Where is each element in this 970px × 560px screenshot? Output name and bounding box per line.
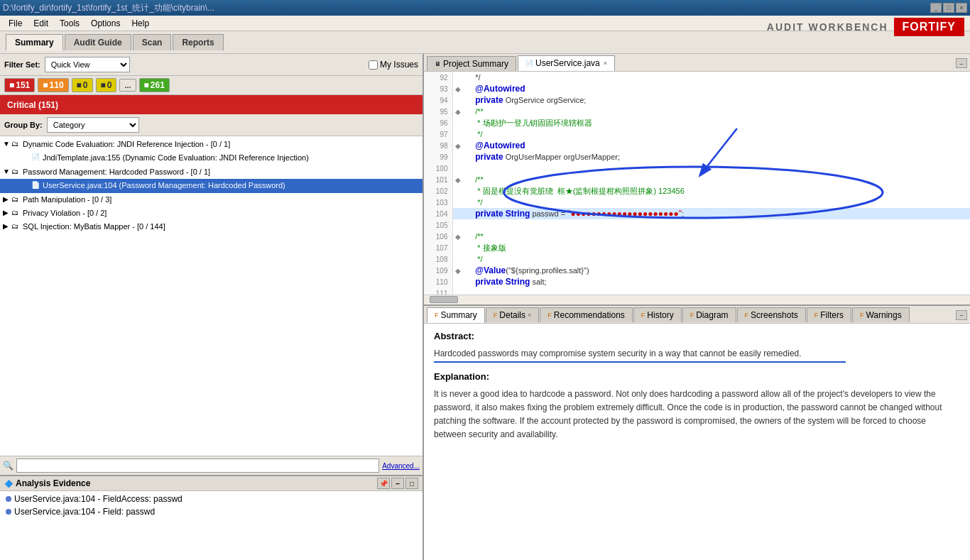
menu-help[interactable]: Help	[126, 17, 155, 30]
minimize-panel-button[interactable]: –	[391, 478, 404, 489]
tree-item-userservice[interactable]: 📄 UserService.java:104 (Password Managem…	[0, 179, 423, 192]
line-number: 92	[424, 72, 452, 83]
line-number: 100	[424, 163, 452, 174]
code-row: 106 ◆ /**	[424, 231, 970, 242]
folder-icon: 🗂	[11, 208, 23, 218]
search-input[interactable]	[16, 459, 379, 473]
tab-history[interactable]: F History	[633, 307, 682, 322]
code-row: 107 * 接象版	[424, 242, 970, 253]
tab-label: Details	[499, 310, 525, 320]
analysis-item-2[interactable]: UserService.java:104 - Field: passwd	[0, 505, 423, 518]
filter-bar: Filter Set: Quick View All Issues My Iss…	[0, 54, 423, 76]
bottom-panel-minimize[interactable]: –	[956, 310, 967, 320]
tab-icon: F	[494, 312, 498, 319]
file-icon: 📄	[31, 153, 43, 163]
tree-item-privacy[interactable]: ▶ 🗂 Privacy Violation - [0 / 2]	[0, 207, 423, 220]
tree-toggle-icon: ▶	[3, 221, 11, 231]
line-marker	[452, 219, 464, 231]
line-marker	[452, 242, 464, 253]
analysis-dot-icon	[6, 509, 11, 515]
tree-toggle-icon: ▼	[3, 139, 11, 149]
badge-medium[interactable]: ■0	[72, 78, 93, 92]
folder-icon: 🗂	[11, 167, 23, 177]
tree-item-userservice-label: UserService.java:104 (Password Managemen…	[43, 180, 420, 191]
tab-icon: F	[690, 312, 694, 319]
keyword: private	[475, 95, 503, 105]
tab-details[interactable]: F Details ×	[486, 307, 539, 322]
badge-critical[interactable]: ■151	[4, 78, 35, 92]
groupby-select[interactable]: Category File Severity	[47, 117, 139, 133]
tab-label: Filters	[820, 310, 844, 320]
badge-more[interactable]: ...	[119, 79, 136, 92]
tab-audit-guide[interactable]: Audit Guide	[65, 34, 131, 50]
line-marker: ◆	[452, 140, 464, 151]
line-number: 104	[424, 208, 452, 219]
file-tab-close[interactable]: ×	[604, 60, 607, 67]
code-line-content: /**	[464, 106, 970, 117]
tree-toggle-icon: ▶	[3, 208, 11, 218]
line-marker: ◆	[452, 83, 464, 94]
line-number: 93	[424, 83, 452, 94]
tab-reports[interactable]: Reports	[173, 34, 223, 50]
my-issues-checkbox-area[interactable]: My Issues	[369, 60, 418, 70]
tab-icon: F	[814, 312, 819, 319]
tab-warnings[interactable]: F Warnings	[852, 307, 910, 322]
tab-summary-bottom[interactable]: F Summary	[427, 307, 485, 323]
code-area[interactable]: 92 */ 93 ◆ @Autowired 94 private OrgServ…	[424, 72, 970, 295]
menu-tools[interactable]: Tools	[54, 17, 85, 30]
tree-item-jndi-label: JndiTemplate.java:155 (Dynamic Code Eval…	[43, 153, 420, 163]
tree-item-jndi-file[interactable]: 📄 JndiTemplate.java:155 (Dynamic Code Ev…	[0, 151, 423, 165]
code-line-content: private String salt;	[464, 276, 970, 287]
analysis-evidence-panel: 🔷 Analysis Evidence 📌 – □ UserService.ja…	[0, 475, 423, 560]
tree-item-path-manipulation[interactable]: ▶ 🗂 Path Manipulation - [0 / 3]	[0, 193, 423, 207]
panel-actions: 📌 – □	[377, 478, 418, 489]
code-row: 99 private OrgUserMapper orgUserMapper;	[424, 151, 970, 163]
tab-filters[interactable]: F Filters	[807, 307, 851, 322]
main-layout: Filter Set: Quick View All Issues My Iss…	[0, 54, 970, 560]
line-marker	[452, 94, 464, 106]
code-line-content	[464, 287, 970, 295]
abstract-label: Abstract:	[434, 331, 960, 341]
badge-high[interactable]: ■110	[38, 78, 68, 92]
line-number: 99	[424, 151, 452, 163]
pin-button[interactable]: 📌	[377, 478, 390, 489]
tree-toggle-icon: ▶	[3, 194, 11, 204]
tree-item-dynamic-code[interactable]: ▼ 🗂 Dynamic Code Evaluation: JNDI Refere…	[0, 138, 423, 151]
code-row: 100	[424, 163, 970, 174]
menu-file[interactable]: File	[3, 17, 28, 30]
tree-item-sql-injection[interactable]: ▶ 🗂 SQL Injection: MyBatis Mapper - [0 /…	[0, 220, 423, 234]
tab-icon: F	[745, 312, 749, 319]
code-area-minimize[interactable]: –	[956, 58, 967, 68]
line-marker	[452, 276, 464, 287]
my-issues-checkbox[interactable]	[369, 60, 378, 70]
tab-userservice-java[interactable]: 📄 UserService.java ×	[518, 55, 615, 71]
line-marker	[452, 117, 464, 128]
tab-close[interactable]: ×	[528, 312, 531, 319]
advanced-link[interactable]: Advanced...	[382, 462, 420, 470]
explanation-text: It is never a good idea to hardcode a pa…	[434, 388, 960, 442]
summary-content: Abstract: Hardcoded passwords may compro…	[424, 324, 970, 561]
code-line-content: private String passwd = "●●●●●●●●●●●●●●●…	[464, 208, 970, 219]
tab-recommendations[interactable]: F Recommendations	[540, 307, 633, 322]
code-line-content: /**	[464, 174, 970, 185]
horizontal-scrollbar[interactable]	[424, 295, 970, 304]
line-marker	[452, 163, 464, 174]
tab-scan[interactable]: Scan	[133, 34, 172, 50]
analysis-item-1[interactable]: UserService.java:104 - FieldAccess: pass…	[0, 493, 423, 505]
search-bar: 🔍 Advanced...	[0, 456, 423, 475]
folder-icon: 🗂	[11, 194, 23, 204]
tree-view: ▼ 🗂 Dynamic Code Evaluation: JNDI Refere…	[0, 136, 423, 456]
badge-info[interactable]: ■261	[139, 78, 170, 92]
tab-project-summary[interactable]: 🖥 Project Summary	[427, 56, 516, 71]
tab-diagram[interactable]: F Diagram	[682, 307, 736, 322]
filter-set-select[interactable]: Quick View All Issues	[45, 57, 130, 72]
maximize-panel-button[interactable]: □	[405, 478, 418, 489]
menu-options[interactable]: Options	[85, 17, 126, 30]
badge-low[interactable]: ■0	[96, 78, 117, 92]
tab-screenshots[interactable]: F Screenshots	[737, 307, 806, 322]
tab-summary[interactable]: Summary	[6, 34, 63, 51]
tree-item-password-mgmt[interactable]: ▼ 🗂 Password Management: Hardcoded Passw…	[0, 165, 423, 179]
menu-edit[interactable]: Edit	[28, 17, 54, 30]
line-number: 103	[424, 197, 452, 208]
line-marker	[452, 197, 464, 208]
